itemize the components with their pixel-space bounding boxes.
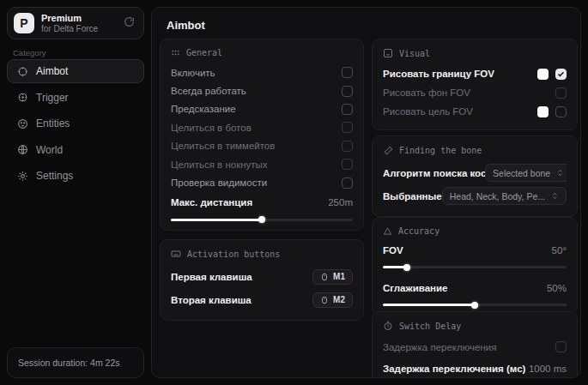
toggle-label: Предсказание bbox=[171, 104, 236, 114]
switch-delay-ms-label: Задержка переключения (мс) bbox=[383, 364, 525, 374]
toggle-label: Включить bbox=[171, 68, 215, 78]
sidebar-item-label: Settings bbox=[36, 170, 73, 182]
triangle-icon bbox=[383, 226, 392, 236]
sidebar-item-settings[interactable]: Settings bbox=[7, 164, 144, 188]
general-card: General Включить Всегда работать Предска… bbox=[160, 39, 364, 231]
mouse-icon bbox=[320, 296, 329, 304]
key-label: Первая клавиша bbox=[171, 272, 252, 282]
visual-label: Рисовать фон FOV bbox=[383, 87, 470, 98]
visual-card: Visual Рисовать границу FOV Рисовать фон… bbox=[372, 39, 578, 130]
sidebar-nav: Aimbot Trigger Entities World Settings bbox=[7, 59, 144, 190]
checkbox-draw-fov-background[interactable] bbox=[555, 87, 567, 99]
sidebar-item-trigger[interactable]: Trigger bbox=[7, 86, 144, 110]
sidebar-item-aimbot[interactable]: Aimbot bbox=[7, 59, 144, 83]
max-distance-slider[interactable] bbox=[171, 219, 353, 221]
fov-target-color-swatch[interactable] bbox=[537, 106, 549, 117]
slider-value: 250m bbox=[328, 197, 353, 208]
session-duration: Session duration: 4m 22s bbox=[7, 347, 144, 378]
page-title: Aimbot bbox=[167, 19, 205, 32]
toggle-label: Проверка видимости bbox=[171, 177, 267, 188]
section-title: General bbox=[186, 48, 222, 57]
grid-icon bbox=[171, 48, 180, 57]
bone-algorithm-select[interactable]: Selected bone bbox=[485, 164, 567, 182]
slider-label: Макс. дистанция bbox=[171, 197, 252, 208]
checkbox-draw-fov-border[interactable] bbox=[555, 69, 567, 80]
target-icon bbox=[17, 92, 28, 103]
activation-card: Activation buttons Первая клавиша M1 Вто… bbox=[160, 239, 364, 321]
visual-label: Рисовать цель FOV bbox=[383, 106, 473, 117]
checkbox-draw-fov-target[interactable] bbox=[555, 106, 567, 117]
checkbox-always-work[interactable] bbox=[342, 86, 353, 97]
smoothing-label: Сглаживание bbox=[383, 283, 447, 293]
chevrons-up-down-icon bbox=[556, 169, 564, 177]
sidebar-item-label: Trigger bbox=[36, 92, 69, 104]
fov-value: 50° bbox=[552, 245, 567, 256]
switch-delay-toggle-label: Задержка переключения bbox=[383, 342, 496, 352]
fov-border-color-swatch[interactable] bbox=[537, 69, 549, 80]
app-logo: P bbox=[14, 13, 34, 33]
visual-label: Рисовать границу FOV bbox=[383, 69, 494, 79]
chevrons-up-down-icon bbox=[551, 192, 559, 200]
sidebar-item-label: Entities bbox=[36, 117, 70, 129]
second-key-button[interactable]: M2 bbox=[312, 292, 353, 308]
checkbox-aim-bots[interactable] bbox=[342, 122, 353, 133]
category-label: Category bbox=[13, 48, 46, 57]
toggle-label: Целиться в тиммейтов bbox=[171, 141, 275, 151]
key-label: Вторая клавиша bbox=[171, 295, 252, 305]
brand-card: P Premium for Delta Force bbox=[7, 7, 144, 39]
crosshair-icon bbox=[17, 66, 28, 77]
smoothing-slider[interactable] bbox=[383, 304, 567, 306]
switch-delay-card: Switch Delay Задержка переключения Задер… bbox=[372, 311, 578, 378]
sidebar-item-world[interactable]: World bbox=[7, 138, 144, 162]
checkbox-visibility-check[interactable] bbox=[342, 177, 353, 189]
toggle-label: Целиться в нокнутых bbox=[171, 159, 268, 170]
globe-icon bbox=[17, 144, 28, 155]
brand-subtitle: for Delta Force bbox=[41, 24, 117, 34]
section-title: Activation buttons bbox=[187, 250, 280, 259]
smoothing-value: 50% bbox=[547, 283, 567, 293]
timer-icon bbox=[383, 321, 393, 331]
bone-algo-label: Алгоритм поиска кости bbox=[383, 168, 497, 178]
section-title: Visual bbox=[399, 49, 430, 58]
bone-icon bbox=[383, 145, 393, 155]
brand-title: Premium bbox=[41, 13, 117, 24]
accuracy-card: Accuracy FOV 50° Сглаживание 50% bbox=[372, 217, 578, 316]
section-title: Switch Delay bbox=[399, 322, 461, 331]
refresh-icon[interactable] bbox=[124, 15, 135, 31]
keyboard-icon bbox=[171, 249, 181, 259]
bone-card: Finding the bone Алгоритм поиска кости S… bbox=[372, 135, 578, 217]
visual-icon bbox=[383, 48, 393, 58]
checkbox-prediction[interactable] bbox=[342, 104, 353, 115]
sidebar-item-label: Aimbot bbox=[36, 65, 68, 77]
sidebar: P Premium for Delta Force Category Aimbo… bbox=[0, 0, 151, 385]
fov-slider[interactable] bbox=[383, 266, 567, 268]
toggle-label: Целиться в ботов bbox=[171, 123, 252, 133]
checkbox-enable[interactable] bbox=[342, 67, 353, 78]
fov-label: FOV bbox=[383, 245, 403, 256]
checkbox-aim-knocked[interactable] bbox=[342, 159, 353, 170]
toggle-label: Всегда работать bbox=[171, 86, 246, 96]
first-key-button[interactable]: M1 bbox=[312, 269, 353, 285]
gear-icon bbox=[17, 171, 28, 182]
section-title: Finding the bone bbox=[399, 146, 482, 155]
section-title: Accuracy bbox=[398, 226, 439, 236]
selected-bones-select[interactable]: Head, Neck, Body, Pe... bbox=[442, 187, 567, 205]
checkbox-switch-delay[interactable] bbox=[555, 341, 567, 352]
checkbox-aim-teammates[interactable] bbox=[342, 141, 353, 152]
mouse-icon bbox=[320, 273, 329, 281]
switch-delay-ms-value: 1000 ms bbox=[529, 364, 567, 374]
sidebar-item-entities[interactable]: Entities bbox=[7, 111, 144, 135]
sidebar-item-label: World bbox=[36, 144, 63, 156]
main-panel: Aimbot General Включить Всегда работать … bbox=[151, 7, 581, 378]
entities-icon bbox=[17, 118, 28, 129]
